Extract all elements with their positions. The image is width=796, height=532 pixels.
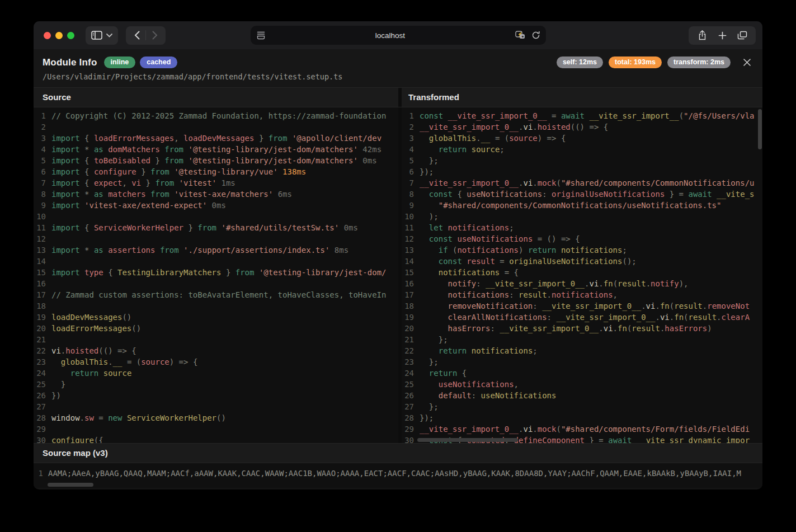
line-number: 26	[34, 390, 51, 401]
vertical-scrollbar[interactable]	[758, 109, 762, 149]
line-content: const { useNotifications: originalUseNot…	[420, 189, 755, 200]
code-line: 7import { expect, vi } from 'vitest' 1ms	[34, 177, 398, 189]
code-line: 16	[34, 278, 398, 289]
line-content: vi.hoisted(() => {	[51, 345, 136, 356]
line-number: 15	[402, 267, 420, 278]
code-line: 5import { toBeDisabled } from '@testing-…	[34, 155, 398, 166]
code-line: 5 };	[402, 155, 762, 166]
line-content: default: useNotifications	[420, 390, 556, 401]
line-number: 6	[34, 166, 51, 177]
line-number: 17	[402, 289, 420, 300]
line-content: const result = originalUseNotifications(…	[420, 256, 637, 267]
code-line: 22 return notifications;	[402, 345, 762, 356]
code-line: 29__vite_ssr_import_0__.vi.mock("#shared…	[402, 423, 762, 435]
code-line: 2__vite_ssr_import_0__.vi.hoisted(() => …	[402, 121, 762, 133]
line-content: // Zammad custom assertions: toBeAvatarE…	[51, 289, 386, 300]
line-number: 12	[34, 233, 51, 244]
line-number: 5	[34, 155, 51, 166]
line-number: 17	[34, 289, 51, 300]
line-number: 14	[34, 256, 51, 267]
toolbar-right-group	[689, 26, 756, 45]
forward-button[interactable]	[146, 28, 163, 43]
sourcemap-mappings: AAMA;AAeA,yBAAG,QAAQ,MAAM;AACf,aAAW,KAAK…	[48, 468, 741, 488]
new-tab-icon[interactable]	[713, 27, 731, 43]
translate-icon[interactable]: ⚡ ✦	[515, 31, 526, 40]
line-number: 11	[402, 222, 420, 233]
line-content: return {	[420, 368, 467, 379]
module-file-path: /Users/vladimir/Projects/zammad/app/fron…	[43, 72, 753, 81]
line-number: 25	[34, 379, 51, 390]
line-content: return notifications;	[420, 345, 538, 356]
reload-icon[interactable]	[531, 31, 540, 40]
code-line: 1const __vite_ssr_import_0__ = await __v…	[402, 110, 762, 121]
line-content: globalThis.__ = (source) => {	[420, 133, 566, 144]
horizontal-scrollbar[interactable]	[417, 438, 518, 442]
url-text[interactable]: localhost	[266, 31, 515, 40]
browser-window: localhost ⚡ ✦	[34, 21, 762, 489]
line-number: 8	[34, 189, 51, 200]
line-number: 27	[34, 401, 51, 412]
share-icon[interactable]	[693, 27, 711, 43]
sourcemap-panel[interactable]: 1 AAMA;AAeA,yBAAG,QAAQ,MAAM;AACf,aAAW,KA…	[34, 463, 762, 488]
line-number: 24	[34, 368, 51, 379]
transformed-code-panel[interactable]: 1const __vite_ssr_import_0__ = await __v…	[398, 107, 762, 443]
line-number: 14	[402, 256, 420, 267]
line-number: 9	[34, 200, 51, 211]
source-panel-title: Source	[34, 88, 398, 107]
code-line: 17 notifications: result.notifications,	[402, 289, 762, 300]
line-number: 1	[402, 110, 420, 121]
line-number: 23	[402, 356, 420, 368]
line-content: notifications = {	[420, 267, 519, 278]
code-line: 3 globalThis.__ = (source) => {	[402, 133, 762, 144]
line-number: 20	[402, 323, 420, 334]
code-line: 17// Zammad custom assertions: toBeAvata…	[34, 289, 398, 300]
code-panels: 1// Copyright (C) 2012-2025 Zammad Found…	[34, 107, 762, 443]
line-number: 23	[34, 356, 51, 368]
sidebar-toggle-button[interactable]	[86, 26, 118, 45]
line-number: 29	[402, 423, 420, 435]
line-content: }	[51, 379, 65, 390]
sidebar-icon	[91, 31, 102, 40]
line-content: import * as assertions from './support/a…	[51, 244, 348, 256]
address-bar[interactable]: localhost ⚡ ✦	[251, 26, 546, 45]
line-number: 7	[402, 177, 420, 189]
code-line: 20loadErrorMessages()	[34, 323, 398, 334]
line-content: useNotifications,	[420, 379, 519, 390]
line-number: 19	[34, 312, 51, 323]
line-number: 22	[34, 345, 51, 356]
sourcemap-horizontal-scrollbar[interactable]	[48, 483, 93, 487]
code-line: 15import type { TestingLibraryMatchers }…	[34, 267, 398, 278]
source-code-panel[interactable]: 1// Copyright (C) 2012-2025 Zammad Found…	[34, 107, 398, 443]
code-line: 30configure({	[34, 435, 398, 443]
line-content: // Copyright (C) 2012-2025 Zammad Founda…	[51, 110, 386, 121]
reader-mode-icon[interactable]	[256, 31, 266, 40]
zoom-window-button[interactable]	[67, 32, 74, 39]
code-line: 28window.sw = new ServiceWorkerHelper()	[34, 412, 398, 423]
line-number: 25	[402, 379, 420, 390]
close-window-button[interactable]	[44, 32, 51, 39]
line-content: const useNotifications = () => {	[420, 233, 580, 244]
line-number: 19	[402, 312, 420, 323]
module-badges: inlinecached	[104, 57, 178, 68]
code-line: 14 const result = originalUseNotificatio…	[402, 256, 762, 267]
line-content: import * as matchers from 'vitest-axe/ma…	[51, 189, 292, 200]
line-content: globalThis.__ = (source) => {	[51, 356, 197, 368]
code-line: 19loadDevMessages()	[34, 312, 398, 323]
sourcemap-line-number: 1	[34, 468, 48, 488]
browser-toolbar: localhost ⚡ ✦	[34, 21, 762, 49]
line-content: import * as domMatchers from '@testing-l…	[51, 144, 381, 155]
code-line: 23 globalThis.__ = (source) => {	[34, 356, 398, 368]
code-line: 8import * as matchers from 'vitest-axe/m…	[34, 189, 398, 200]
line-number: 6	[402, 166, 420, 177]
close-icon[interactable]	[743, 58, 751, 67]
code-line: 23 };	[402, 356, 762, 368]
code-line: 20 hasErrors: __vite_ssr_import_0__.vi.f…	[402, 323, 762, 334]
line-number: 21	[34, 334, 51, 345]
tab-overview-icon[interactable]	[733, 27, 751, 43]
timing-badge: transform: 2ms	[667, 57, 731, 68]
back-button[interactable]	[128, 28, 145, 43]
code-line: 18 removeNotification: __vite_ssr_import…	[402, 300, 762, 312]
code-line: 25 useNotifications,	[402, 379, 762, 390]
line-content: import { toBeDisabled } from '@testing-l…	[51, 155, 377, 166]
minimize-window-button[interactable]	[55, 32, 63, 39]
